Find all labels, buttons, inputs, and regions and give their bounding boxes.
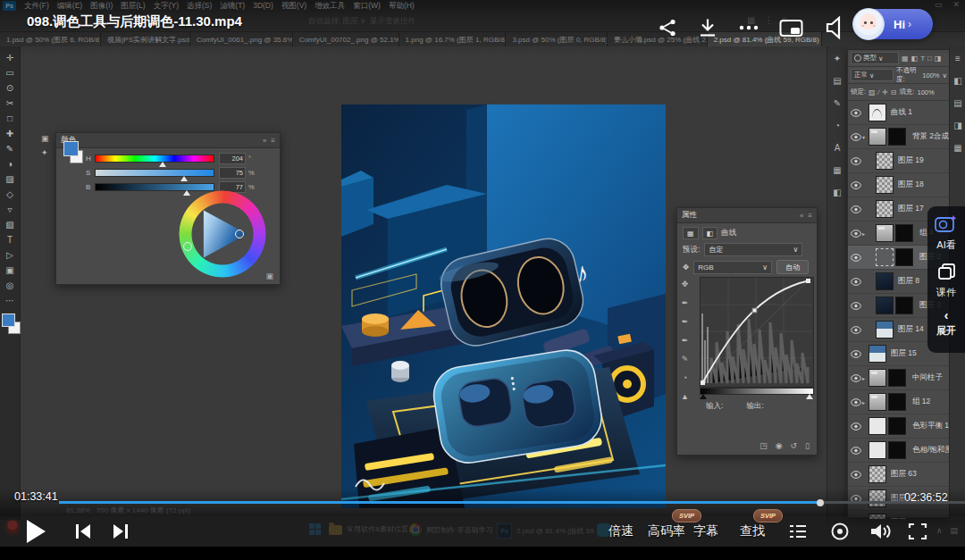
hue-ring-marker[interactable] xyxy=(183,242,192,251)
collapse-icon[interactable]: « xyxy=(800,212,803,220)
collapsed-panel-icon[interactable]: ◧ xyxy=(833,188,841,197)
panel-color-swatches[interactable] xyxy=(63,141,83,164)
ps-tool-icon[interactable]: □ xyxy=(2,111,18,126)
layer-row[interactable]: 曲线 1 xyxy=(848,101,950,125)
more-options-button[interactable] xyxy=(738,23,759,32)
courseware-button[interactable]: 课件 xyxy=(936,263,956,299)
fullscreen-button[interactable] xyxy=(908,522,927,541)
ps-tool-icon[interactable]: ✎ xyxy=(2,141,18,156)
opacity-value[interactable]: 100% xyxy=(922,71,939,79)
visibility-eye-icon[interactable] xyxy=(850,254,862,262)
right-strip-icon[interactable]: ◧ xyxy=(953,76,961,86)
ps-tool-icon[interactable]: ⊙ xyxy=(2,80,18,96)
slider-thumb[interactable] xyxy=(159,162,166,167)
color-swatches[interactable] xyxy=(1,313,19,337)
slider-thumb[interactable] xyxy=(183,190,190,196)
find-button[interactable]: 查找 xyxy=(740,523,765,539)
ps-tool-icon[interactable]: ◑ xyxy=(2,156,18,171)
curves-tool-icon[interactable]: ✒ xyxy=(682,317,689,326)
panel-footer-icon[interactable]: ↺ xyxy=(791,441,798,450)
ps-tool-icon[interactable]: ▷ xyxy=(2,247,18,263)
ps-tool-icon[interactable]: ✚ xyxy=(2,126,18,141)
layer-thumbnail[interactable] xyxy=(868,128,886,146)
tray-icon[interactable]: ∧ xyxy=(936,526,943,535)
ps-tool-icon[interactable]: ◎ xyxy=(2,278,18,293)
visibility-eye-icon[interactable] xyxy=(850,398,862,406)
ps-tool-icon[interactable]: ▨ xyxy=(2,171,18,187)
visibility-eye-icon[interactable] xyxy=(850,374,862,382)
layer-row[interactable]: 图层 18 xyxy=(848,173,950,197)
channel-select[interactable]: RGB∨ xyxy=(693,261,772,274)
record-button[interactable] xyxy=(830,522,850,541)
panel-footer-icon[interactable]: ▯ xyxy=(805,441,810,450)
panel-menu-icon[interactable]: ≡ xyxy=(271,137,275,145)
visibility-eye-icon[interactable] xyxy=(850,278,862,286)
slider-track[interactable] xyxy=(95,183,214,191)
visibility-eye-icon[interactable] xyxy=(850,302,862,310)
panel-menu-icon[interactable]: ≡ xyxy=(808,212,812,220)
visibility-eye-icon[interactable] xyxy=(850,447,862,455)
hsb-slider-row[interactable]: H204° xyxy=(86,153,273,163)
group-caret[interactable]: ▾ xyxy=(862,134,868,140)
curve-graph[interactable] xyxy=(700,277,814,388)
layer-thumbnail[interactable] xyxy=(876,248,894,266)
preset-select[interactable]: 自定∨ xyxy=(704,243,802,256)
visibility-eye-icon[interactable] xyxy=(850,157,862,165)
layer-row[interactable]: ▸ 中间柱子 xyxy=(848,366,950,390)
layer-thumbnail[interactable] xyxy=(868,465,886,483)
mute-icon[interactable] xyxy=(825,16,843,39)
lock-icon[interactable]: ▨ xyxy=(868,88,876,96)
layer-thumbnail[interactable] xyxy=(868,369,886,387)
play-button[interactable] xyxy=(27,520,46,543)
curves-tool-icon[interactable]: ◔ xyxy=(683,373,687,382)
right-strip-icon[interactable]: ◨ xyxy=(953,121,961,130)
ps-tool-icon[interactable]: ▧ xyxy=(2,217,18,232)
assistant-button[interactable]: Hi › xyxy=(854,9,933,39)
visibility-eye-icon[interactable] xyxy=(850,109,862,117)
speed-button[interactable]: 倍速 xyxy=(608,523,634,539)
fill-value[interactable]: 100% xyxy=(918,88,935,96)
layer-thumbnail[interactable] xyxy=(868,441,886,459)
share-button[interactable] xyxy=(658,18,677,38)
layer-thumbnail[interactable] xyxy=(876,200,894,218)
ps-tool-icon[interactable]: ▿ xyxy=(2,202,18,217)
dock-icon[interactable]: ✦ xyxy=(41,148,48,157)
ps-tool-icon[interactable]: ▣ xyxy=(2,263,18,278)
layer-row[interactable]: ▾ 背景 2合成 xyxy=(848,125,950,149)
slider-track[interactable] xyxy=(95,169,214,177)
ps-tool-icon[interactable]: ⋯ xyxy=(2,293,18,308)
layer-thumbnail[interactable] xyxy=(876,321,894,339)
ps-tool-icon[interactable]: ▭ xyxy=(2,65,18,80)
lock-icon[interactable]: ✛ xyxy=(882,88,888,96)
layer-thumbnail[interactable] xyxy=(876,224,894,242)
playlist-button[interactable] xyxy=(788,523,808,539)
hsb-slider-row[interactable]: S75% xyxy=(86,167,273,178)
visibility-eye-icon[interactable] xyxy=(850,230,862,238)
channel-value[interactable]: 75 xyxy=(219,167,246,179)
visibility-eye-icon[interactable] xyxy=(850,181,862,189)
download-button[interactable] xyxy=(697,17,718,38)
group-caret[interactable]: ▸ xyxy=(862,230,868,237)
ps-tool-icon[interactable]: ◇ xyxy=(2,187,18,202)
foreground-color-swatch[interactable] xyxy=(2,313,15,327)
panel-corner-icon[interactable]: ▣ xyxy=(265,272,273,280)
layer-thumbnail[interactable] xyxy=(876,152,894,170)
dock-icon[interactable]: ▣ xyxy=(41,134,49,143)
curves-tool-icon[interactable]: ▲ xyxy=(681,392,689,401)
group-caret[interactable]: ▸ xyxy=(862,375,868,381)
collapsed-panel-icon[interactable]: ✎ xyxy=(834,98,841,108)
ai-watch-button[interactable]: AI看 xyxy=(935,214,958,252)
curves-tool-icon[interactable]: ✥ xyxy=(682,280,689,288)
blend-mode-select[interactable]: 正常∨ xyxy=(851,69,894,81)
visibility-eye-icon[interactable] xyxy=(850,205,862,213)
tray-icon[interactable]: ▤ xyxy=(951,526,959,535)
visibility-eye-icon[interactable] xyxy=(850,471,862,479)
layer-thumbnail[interactable] xyxy=(868,417,886,435)
slider-thumb[interactable] xyxy=(180,176,188,181)
layer-thumbnail[interactable] xyxy=(868,104,886,121)
triangle-marker[interactable] xyxy=(235,230,244,238)
layer-thumbnail[interactable] xyxy=(876,272,894,290)
slider-track[interactable] xyxy=(95,155,214,163)
visibility-eye-icon[interactable] xyxy=(850,422,862,430)
previous-button[interactable] xyxy=(75,522,91,540)
